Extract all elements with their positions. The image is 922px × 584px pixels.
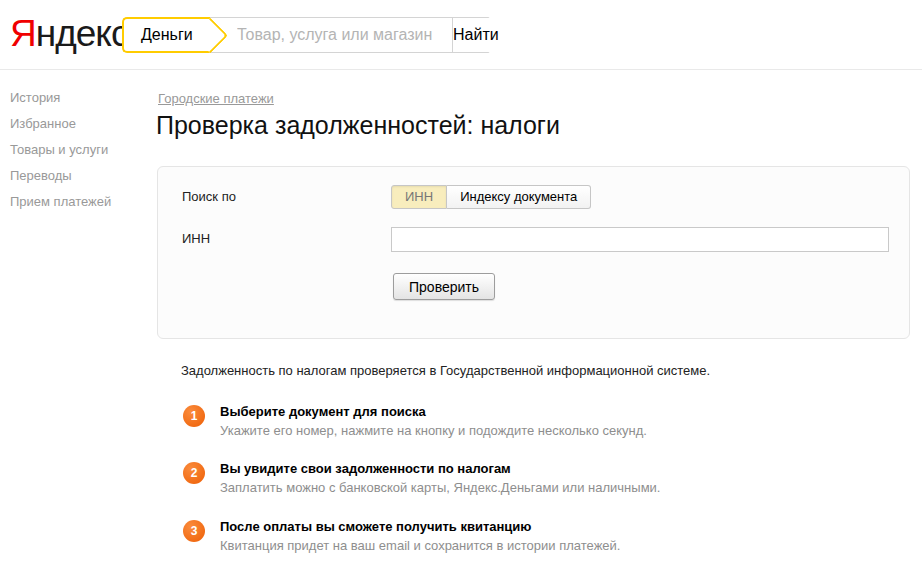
- inn-input[interactable]: [391, 227, 889, 252]
- search-scope-label: Деньги: [141, 26, 193, 44]
- info-note: Задолженность по налогам проверяется в Г…: [181, 363, 710, 378]
- page-title: Проверка задолженностей: налоги: [156, 111, 560, 140]
- search-input[interactable]: [209, 18, 452, 52]
- breadcrumb-city-payments[interactable]: Городские платежи: [158, 91, 274, 106]
- toggle-option-document-index[interactable]: Индексу документа: [447, 185, 591, 209]
- check-button[interactable]: Проверить: [393, 273, 495, 300]
- step-item-2: 2 Вы увидите свои задолженности по налог…: [183, 461, 823, 496]
- search-by-label: Поиск по: [182, 189, 236, 204]
- step-item-3: 3 После оплаты вы сможете получить квита…: [183, 519, 823, 554]
- step-title: Вы увидите свои задолженности по налогам: [220, 461, 823, 477]
- header-divider: [0, 69, 922, 70]
- toggle-option-inn[interactable]: ИНН: [391, 185, 447, 209]
- step-number-badge: 3: [183, 520, 205, 542]
- logo-letter-ya: Я: [10, 13, 36, 54]
- step-description: Квитанция придет на ваш email и сохранит…: [220, 538, 823, 554]
- step-number-badge: 2: [183, 462, 205, 484]
- search-scope-tab-money[interactable]: Деньги: [122, 17, 210, 53]
- search-submit-button[interactable]: Найти: [452, 18, 499, 52]
- inn-field-label: ИНН: [182, 231, 210, 246]
- logo-rest: ндекс: [36, 13, 129, 54]
- step-title: Выберите документ для поиска: [220, 404, 823, 420]
- document-type-toggle: ИНН Индексу документа: [391, 185, 591, 209]
- yandex-logo[interactable]: Яндекс: [10, 13, 128, 55]
- sidebar-item-goods-services[interactable]: Товары и услуги: [10, 143, 111, 157]
- sidebar-item-accept-payments[interactable]: Прием платежей: [10, 195, 111, 209]
- step-number-badge: 1: [183, 405, 205, 427]
- step-description: Укажите его номер, нажмите на кнопку и п…: [220, 423, 823, 439]
- sidebar-item-history[interactable]: История: [10, 91, 111, 105]
- sidebar-item-transfers[interactable]: Переводы: [10, 169, 111, 183]
- step-item-1: 1 Выберите документ для поиска Укажите е…: [183, 404, 823, 439]
- step-title: После оплаты вы сможете получить квитанц…: [220, 519, 823, 535]
- header-search-box: Найти: [208, 17, 490, 53]
- sidebar-item-favorites[interactable]: Избранное: [10, 117, 111, 131]
- step-description: Заплатить можно с банковской карты, Янде…: [220, 480, 823, 496]
- sidebar-nav: История Избранное Товары и услуги Перево…: [10, 91, 111, 221]
- debt-check-form-panel: Поиск по ИНН Индексу документа ИНН Прове…: [157, 166, 910, 339]
